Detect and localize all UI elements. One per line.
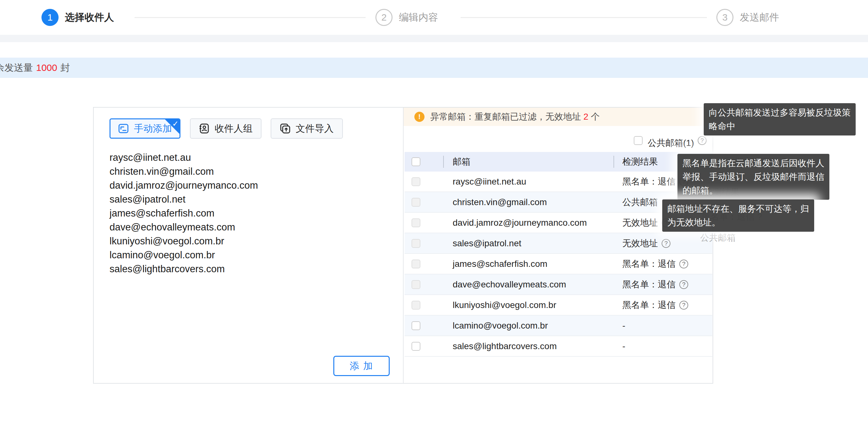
step-1-select-recipients[interactable]: 1 选择收件人 (41, 9, 114, 26)
public-mailbox-checkbox[interactable] (634, 136, 643, 145)
tab-recipient-group-label: 收件人组 (215, 122, 253, 135)
result-help-icon[interactable]: ? (679, 260, 688, 268)
row-email: dave@echovalleymeats.com (453, 279, 566, 290)
column-header-email: 邮箱 (453, 156, 470, 168)
column-divider (614, 156, 614, 168)
row-result: - (622, 341, 625, 351)
row-checkbox[interactable] (411, 342, 421, 351)
row-email: lkuniyoshi@voegol.com.br (453, 300, 556, 310)
warning-icon: ! (414, 112, 425, 122)
quota-text: 余发送量1000封 (0, 58, 70, 78)
row-result-text: - (622, 321, 625, 331)
tab-file-import-label: 文件导入 (296, 122, 334, 135)
row-result: 黑名单：退信? (622, 299, 688, 311)
tooltip-blacklist: 黑名单是指在云邮通发送后因收件人 举报、手动退订、反垃圾邮件而退信 的邮箱。 (677, 154, 829, 200)
panel-divider (403, 108, 404, 383)
table-row: james@schaferfish.com 黑名单：退信? (405, 254, 712, 274)
recipient-group-icon (199, 123, 210, 134)
row-checkbox[interactable] (411, 321, 421, 330)
ghost-public-mailbox-result: 公共邮箱 (700, 232, 736, 244)
column-divider (443, 156, 444, 168)
tab-file-import[interactable]: 文件导入 (271, 118, 343, 139)
row-email: christen.vin@gmail.com (453, 197, 547, 207)
row-result-text: 黑名单：退信 (622, 258, 676, 270)
row-checkbox[interactable] (411, 301, 421, 309)
public-mailbox-label: 公共邮箱(1) (648, 137, 694, 149)
row-checkbox[interactable] (411, 280, 421, 289)
table-row: lcamino@voegol.com.br - (405, 315, 712, 336)
row-email: lcamino@voegol.com.br (453, 321, 548, 331)
recipient-textarea[interactable]: raysc@iinet.net.au christen.vin@gmail.co… (110, 151, 382, 276)
selected-check-icon: ✓ (172, 119, 179, 128)
abnormal-mailbox-warning: ! 异常邮箱：重复邮箱已过滤，无效地址2个 (404, 108, 713, 126)
row-email: james@schaferfish.com (453, 259, 547, 269)
quota-banner: 余发送量1000封 (0, 58, 868, 78)
quota-count: 1000 (36, 62, 57, 73)
row-result-text: 公共邮箱 (622, 196, 658, 208)
row-email: david.jamroz@journeymanco.com (453, 218, 587, 228)
step-2-edit-content[interactable]: 2 编辑内容 (375, 9, 438, 26)
row-checkbox[interactable] (411, 177, 421, 186)
header-divider-strip (0, 35, 868, 42)
result-help-icon[interactable]: ? (679, 280, 688, 289)
table-row: sales@ipatrol.net 无效地址? (405, 233, 712, 254)
select-all-checkbox[interactable] (411, 157, 421, 166)
step-3-number: 3 (716, 9, 734, 26)
recipient-selection-card: 手动添加 ✓ 收件人组 文件 (93, 107, 713, 384)
file-import-icon (280, 123, 290, 134)
step-1-number: 1 (41, 9, 59, 26)
row-checkbox[interactable] (411, 218, 421, 227)
table-header: 邮箱 检测结果 (405, 152, 712, 172)
warning-text: 异常邮箱：重复邮箱已过滤，无效地址2个 (430, 111, 600, 123)
row-result-text: 无效地址 (622, 237, 658, 249)
row-result: 黑名单：退信? (622, 258, 688, 270)
column-header-result: 检测结果 (622, 156, 658, 168)
row-result-text: 黑名单：退信 (622, 278, 676, 291)
step-2-label: 编辑内容 (399, 11, 438, 24)
step-3-send-mail[interactable]: 3 发送邮件 (716, 9, 779, 26)
invalid-count: 2 (583, 112, 588, 122)
row-email: sales@ipatrol.net (453, 238, 521, 248)
row-result-text: 黑名单：退信 (622, 176, 676, 188)
tab-recipient-group[interactable]: 收件人组 (190, 118, 261, 139)
step-1-label: 选择收件人 (65, 11, 114, 24)
row-result: 黑名单：退信? (622, 278, 688, 291)
row-result: 公共邮箱 (622, 196, 658, 208)
table-row: raysc@iinet.net.au 黑名单：退信? (405, 172, 712, 192)
row-email: raysc@iinet.net.au (453, 177, 526, 187)
public-mailbox-help-icon[interactable]: ? (698, 136, 707, 145)
manual-add-icon (118, 123, 129, 134)
row-result: - (622, 321, 625, 331)
row-checkbox[interactable] (411, 198, 421, 207)
table-row: sales@lightbarcovers.com - (405, 336, 712, 357)
row-result: 无效地址? (622, 237, 671, 249)
row-result-text: - (622, 341, 625, 351)
step-2-number: 2 (375, 9, 393, 26)
step-connector (461, 17, 707, 18)
row-result-text: 无效地址 (622, 217, 658, 229)
result-help-icon[interactable]: ? (679, 301, 688, 309)
add-button[interactable]: 添 加 (333, 356, 390, 376)
step-3-label: 发送邮件 (740, 11, 779, 24)
step-connector (134, 17, 366, 18)
result-help-icon[interactable]: ? (661, 239, 671, 248)
tooltip-public-mailbox: 向公共邮箱发送过多容易被反垃圾策 略命中 (704, 103, 856, 136)
table-row: dave@echovalleymeats.com 黑名单：退信? (405, 274, 712, 295)
detection-table: 邮箱 检测结果 raysc@iinet.net.au 黑名单：退信? chris… (405, 152, 712, 357)
table-row: lkuniyoshi@voegol.com.br 黑名单：退信? (405, 295, 712, 315)
row-checkbox[interactable] (411, 260, 421, 268)
tooltip-invalid-address: 邮箱地址不存在、服务不可达等，归 为无效地址。 (662, 200, 814, 232)
tab-manual-add[interactable]: 手动添加 ✓ (110, 118, 180, 139)
row-result-text: 黑名单：退信 (622, 299, 676, 311)
row-checkbox[interactable] (411, 239, 421, 248)
row-email: sales@lightbarcovers.com (453, 341, 557, 351)
send-mail-wizard-page: 1 选择收件人 2 编辑内容 3 发送邮件 余发送量1000封 手动添加 (0, 0, 868, 421)
